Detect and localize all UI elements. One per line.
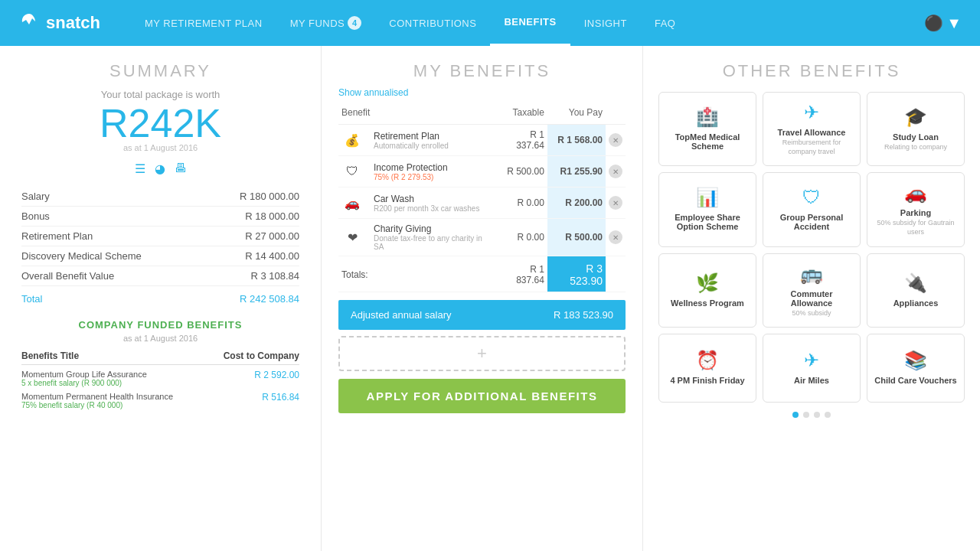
other-benefits-title: OTHER BENEFITS bbox=[658, 61, 965, 81]
totals-taxable: R 1 837.64 bbox=[496, 256, 547, 292]
dot-2[interactable] bbox=[803, 412, 809, 418]
summary-row-bonus: Bonus R 18 000.00 bbox=[21, 207, 299, 227]
pie-icon[interactable]: ◕ bbox=[155, 161, 165, 176]
my-benefits-panel: MY BENEFITS Show annualised Benefit Taxa… bbox=[322, 46, 643, 551]
dot-3[interactable] bbox=[814, 412, 820, 418]
card-icon-8: 🔌 bbox=[904, 272, 927, 294]
summary-icons-row: ☰ ◕ 🖶 bbox=[21, 161, 299, 176]
add-icon: + bbox=[477, 344, 487, 364]
benefit-icon-3: ❤ bbox=[338, 219, 371, 256]
benefit-youpay-3: R 500.00 bbox=[547, 219, 606, 256]
card-name-10: Air Miles bbox=[794, 376, 829, 385]
summary-title: SUMMARY bbox=[21, 61, 299, 81]
close-button-2[interactable]: ✕ bbox=[609, 196, 622, 210]
print-icon[interactable]: 🖶 bbox=[175, 161, 187, 176]
benefit-row-0: 💰 Retirement Plan Automatically enrolled… bbox=[338, 125, 626, 156]
benefit-youpay-0: R 1 568.00 bbox=[547, 125, 606, 156]
logo-icon bbox=[18, 12, 40, 34]
close-button-1[interactable]: ✕ bbox=[609, 165, 622, 178]
dropdown-arrow: ▼ bbox=[946, 15, 962, 32]
benefit-card-0[interactable]: 🏥 TopMed Medical Scheme bbox=[658, 92, 756, 166]
benefit-name-3: Charity Giving Donate tax-free to any ch… bbox=[371, 219, 496, 256]
summary-row-medical: Discovery Medical Scheme R 14 400.00 bbox=[21, 246, 299, 266]
other-benefits-grid: 🏥 TopMed Medical Scheme ✈ Travel Allowan… bbox=[658, 92, 965, 403]
card-icon-10: ✈ bbox=[804, 350, 819, 371]
nav-faq[interactable]: FAQ bbox=[641, 0, 690, 46]
nav-contributions[interactable]: CONTRIBUTIONS bbox=[375, 0, 490, 46]
adjusted-label: Adjusted annual salary bbox=[351, 309, 452, 321]
nav-my-funds[interactable]: MY FUNDS 4 bbox=[276, 0, 376, 46]
benefit-card-9[interactable]: ⏰ 4 PM Finish Friday bbox=[658, 334, 756, 403]
card-desc-5: 50% subsidy for Gautrain users bbox=[874, 219, 958, 236]
totals-row: Totals: R 1 837.64 R 3 523.90 bbox=[338, 256, 626, 292]
nav-retirement-plan[interactable]: MY RETIREMENT PLAN bbox=[131, 0, 276, 46]
benefit-name-0: Retirement Plan Automatically enrolled bbox=[371, 125, 496, 156]
benefit-card-7[interactable]: 🚌 Commuter Allowance 50% subsidy bbox=[763, 253, 861, 328]
benefit-row-2: 🚗 Car Wash R200 per month 3x car washes … bbox=[338, 187, 626, 219]
user-icon: ⚫ bbox=[924, 14, 943, 32]
card-name-2: Study Loan bbox=[893, 132, 939, 142]
user-menu[interactable]: ⚫ ▼ bbox=[924, 14, 962, 32]
benefit-row-1: 🛡 Income Protection 75% (R 2 279.53) R 5… bbox=[338, 156, 626, 187]
pagination-dots bbox=[658, 412, 965, 418]
list-icon[interactable]: ☰ bbox=[135, 161, 145, 176]
benefit-name-1: Income Protection 75% (R 2 279.53) bbox=[371, 156, 496, 187]
apply-benefits-button[interactable]: APPLY FOR ADDITIONAL BENEFITS bbox=[338, 379, 626, 413]
card-icon-6: 🌿 bbox=[696, 272, 719, 294]
card-name-3: Employee Share Option Scheme bbox=[665, 213, 750, 231]
cf-row-1: Momentum Permanent Health Insurance 75% … bbox=[21, 392, 299, 409]
benefit-card-5[interactable]: 🚗 Parking 50% subsidy for Gautrain users bbox=[867, 172, 965, 246]
show-annualised-link[interactable]: Show annualised bbox=[338, 87, 626, 98]
benefit-close-1[interactable]: ✕ bbox=[606, 156, 626, 187]
nav-insight[interactable]: INSIGHT bbox=[570, 0, 641, 46]
benefit-close-0[interactable]: ✕ bbox=[606, 125, 626, 156]
totals-you-pay: R 3 523.90 bbox=[547, 256, 606, 292]
dot-4[interactable] bbox=[825, 412, 831, 418]
dot-1[interactable] bbox=[792, 412, 799, 418]
card-name-8: Appliances bbox=[893, 298, 939, 308]
adjusted-value: R 183 523.90 bbox=[554, 309, 613, 321]
benefit-close-3[interactable]: ✕ bbox=[606, 219, 626, 256]
card-icon-9: ⏰ bbox=[696, 350, 719, 371]
header: snatch MY RETIREMENT PLAN MY FUNDS 4 CON… bbox=[0, 0, 980, 46]
main-content: SUMMARY Your total package is worth R242… bbox=[0, 46, 980, 551]
benefit-close-2[interactable]: ✕ bbox=[606, 187, 626, 219]
benefit-icon-1: 🛡 bbox=[338, 156, 371, 187]
col-benefit: Benefit bbox=[338, 104, 496, 125]
benefit-card-2[interactable]: 🎓 Study Loan Relating to company bbox=[867, 92, 965, 166]
card-desc-2: Relating to company bbox=[884, 143, 947, 152]
benefit-name-2: Car Wash R200 per month 3x car washes bbox=[371, 187, 496, 219]
card-name-6: Wellness Program bbox=[671, 298, 744, 308]
benefit-taxable-0: R 1 337.64 bbox=[496, 125, 547, 156]
benefit-card-4[interactable]: 🛡 Group Personal Accident bbox=[763, 172, 861, 246]
card-icon-1: ✈ bbox=[804, 102, 819, 123]
benefits-table: Benefit Taxable You Pay 💰 Retirement Pla… bbox=[338, 104, 626, 292]
card-icon-11: 📚 bbox=[904, 350, 927, 371]
summary-row-overall: Overall Benefit Value R 3 108.84 bbox=[21, 266, 299, 286]
col-taxable: Taxable bbox=[496, 104, 547, 125]
close-button-3[interactable]: ✕ bbox=[609, 230, 622, 244]
logo-text: snatch bbox=[46, 13, 100, 33]
card-name-7: Commuter Allowance bbox=[769, 289, 854, 308]
package-value: R242K bbox=[21, 103, 299, 143]
card-name-9: 4 PM Finish Friday bbox=[670, 376, 744, 385]
benefit-card-8[interactable]: 🔌 Appliances bbox=[867, 253, 965, 328]
nav-benefits[interactable]: BENEFITS bbox=[490, 0, 570, 46]
card-name-11: Child Care Vouchers bbox=[874, 376, 956, 385]
benefit-card-10[interactable]: ✈ Air Miles bbox=[763, 334, 861, 403]
add-benefit-box[interactable]: + bbox=[338, 336, 626, 371]
card-name-5: Parking bbox=[900, 208, 931, 217]
benefit-taxable-3: R 0.00 bbox=[496, 219, 547, 256]
card-name-1: Travel Allowance bbox=[778, 128, 846, 137]
benefit-icon-2: 🚗 bbox=[338, 187, 371, 219]
benefit-youpay-2: R 200.00 bbox=[547, 187, 606, 219]
benefit-card-11[interactable]: 📚 Child Care Vouchers bbox=[867, 334, 965, 403]
other-benefits-panel: OTHER BENEFITS 🏥 TopMed Medical Scheme ✈… bbox=[643, 46, 980, 551]
benefit-card-3[interactable]: 📊 Employee Share Option Scheme bbox=[658, 172, 756, 246]
logo[interactable]: snatch bbox=[18, 12, 100, 34]
my-benefits-title: MY BENEFITS bbox=[338, 61, 626, 81]
benefit-card-1[interactable]: ✈ Travel Allowance Reimbursement for com… bbox=[763, 92, 861, 166]
close-button-0[interactable]: ✕ bbox=[609, 133, 622, 147]
card-icon-3: 📊 bbox=[696, 187, 719, 208]
benefit-card-6[interactable]: 🌿 Wellness Program bbox=[658, 253, 756, 328]
